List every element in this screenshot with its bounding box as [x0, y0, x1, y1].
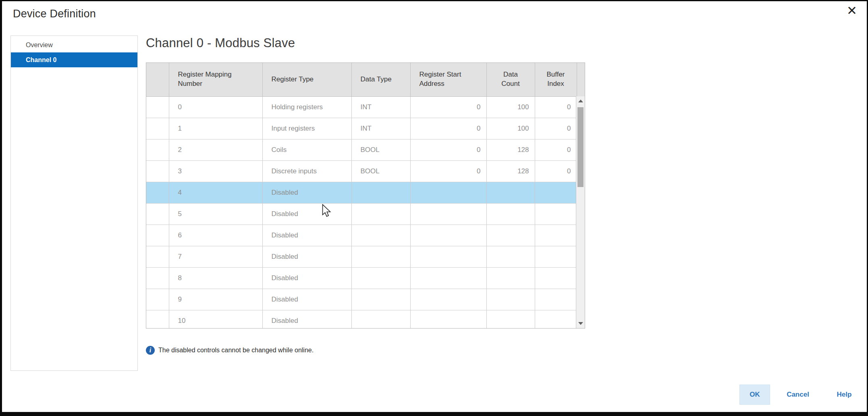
table-row[interactable]: 10Disabled: [146, 310, 585, 329]
table-row[interactable]: 8Disabled: [146, 267, 585, 289]
register-start-address-cell: [410, 182, 486, 203]
row-selector-cell: [146, 267, 169, 289]
table-row[interactable]: 7Disabled: [146, 246, 585, 267]
register-type-cell: Disabled: [262, 310, 351, 329]
row-selector-cell: [146, 203, 169, 225]
buffer-index-cell: 0: [535, 118, 577, 139]
row-selector-cell: [146, 182, 169, 203]
buffer-index-cell: 0: [535, 96, 577, 118]
column-header-register-type: Register Type: [262, 63, 351, 96]
data-count-cell: [486, 182, 535, 203]
register-start-address-cell: [410, 267, 486, 289]
data-type-cell: [351, 182, 410, 203]
table-row[interactable]: 3Discrete inputsBOOL01280: [146, 160, 585, 182]
data-count-cell: [486, 203, 535, 225]
vertical-scrollbar[interactable]: [576, 96, 585, 328]
mapping-number-cell: 6: [169, 225, 262, 246]
buffer-index-cell: [535, 267, 577, 289]
table-row[interactable]: 1Input registersINT01000: [146, 118, 585, 139]
data-count-cell: [486, 267, 535, 289]
scrollbar-header-spacer: [577, 63, 585, 96]
register-start-address-cell: 0: [410, 160, 486, 182]
mapping-number-cell: 10: [169, 310, 262, 329]
register-start-address-cell: 0: [410, 118, 486, 139]
data-type-cell: [351, 225, 410, 246]
mapping-number-cell: 4: [169, 182, 262, 203]
buffer-index-cell: [535, 310, 577, 329]
row-selector-cell: [146, 96, 169, 118]
ok-button[interactable]: OK: [739, 385, 770, 405]
table-body: 0Holding registersINT010001Input registe…: [146, 96, 585, 329]
data-count-cell: [486, 289, 535, 310]
table-row[interactable]: 5Disabled: [146, 203, 585, 225]
column-header-register-mapping-number: Register Mapping Number: [169, 63, 262, 96]
dialog-title: Device Definition: [13, 8, 96, 20]
register-start-address-cell: [410, 225, 486, 246]
sidebar-item-overview[interactable]: Overview: [11, 37, 137, 52]
selector-column-header: [146, 63, 169, 96]
data-count-cell: [486, 246, 535, 267]
data-type-cell: [351, 246, 410, 267]
row-selector-cell: [146, 139, 169, 160]
cancel-button[interactable]: Cancel: [783, 385, 813, 405]
register-start-address-cell: [410, 289, 486, 310]
row-selector-cell: [146, 118, 169, 139]
device-definition-dialog: Device Definition ✕ Overview Channel 0 C…: [0, 0, 868, 416]
scrollbar-up-icon[interactable]: [578, 100, 583, 102]
data-type-cell: BOOL: [351, 139, 410, 160]
register-type-cell: Disabled: [262, 267, 351, 289]
scrollbar-thumb[interactable]: [577, 107, 584, 187]
row-selector-cell: [146, 160, 169, 182]
data-count-cell: 128: [486, 160, 535, 182]
table-row[interactable]: 9Disabled: [146, 289, 585, 310]
page-title: Channel 0 - Modbus Slave: [146, 36, 295, 50]
table-row[interactable]: 4Disabled: [146, 182, 585, 203]
register-type-cell: Input registers: [262, 118, 351, 139]
help-button[interactable]: Help: [833, 385, 856, 405]
register-start-address-cell: 0: [410, 139, 486, 160]
register-type-cell: Disabled: [262, 182, 351, 203]
data-count-cell: [486, 225, 535, 246]
note-text: The disabled controls cannot be changed …: [158, 347, 314, 354]
close-icon[interactable]: ✕: [847, 4, 857, 17]
column-header-data-count: Data Count: [486, 63, 535, 96]
register-mapping-table: Register Mapping Number Register Type Da…: [146, 62, 585, 329]
row-selector-cell: [146, 310, 169, 329]
register-start-address-cell: [410, 246, 486, 267]
disabled-controls-note: i The disabled controls cannot be change…: [146, 346, 314, 355]
register-start-address-cell: 0: [410, 96, 486, 118]
register-start-address-cell: [410, 203, 486, 225]
register-type-cell: Holding registers: [262, 96, 351, 118]
sidebar-item-channel-0[interactable]: Channel 0: [11, 52, 137, 67]
sidebar: Overview Channel 0: [10, 35, 138, 371]
register-type-cell: Discrete inputs: [262, 160, 351, 182]
info-icon: i: [146, 346, 155, 355]
table-row[interactable]: 6Disabled: [146, 225, 585, 246]
column-header-data-type: Data Type: [351, 63, 410, 96]
row-selector-cell: [146, 225, 169, 246]
mapping-number-cell: 5: [169, 203, 262, 225]
table-row[interactable]: 0Holding registersINT01000: [146, 96, 585, 118]
data-count-cell: 128: [486, 139, 535, 160]
data-type-cell: [351, 203, 410, 225]
buffer-index-cell: 0: [535, 160, 577, 182]
buffer-index-cell: [535, 203, 577, 225]
register-type-cell: Disabled: [262, 225, 351, 246]
mapping-number-cell: 3: [169, 160, 262, 182]
buffer-index-cell: [535, 182, 577, 203]
register-start-address-cell: [410, 310, 486, 329]
scrollbar-down-icon[interactable]: [578, 322, 583, 325]
data-type-cell: [351, 310, 410, 329]
column-header-register-start-address: Register Start Address: [410, 63, 486, 96]
buffer-index-cell: [535, 225, 577, 246]
data-type-cell: INT: [351, 118, 410, 139]
table-row[interactable]: 2CoilsBOOL01280: [146, 139, 585, 160]
mapping-number-cell: 7: [169, 246, 262, 267]
mapping-number-cell: 1: [169, 118, 262, 139]
register-type-cell: Disabled: [262, 289, 351, 310]
table-header-row: Register Mapping Number Register Type Da…: [146, 63, 585, 96]
buffer-index-cell: [535, 246, 577, 267]
mapping-number-cell: 9: [169, 289, 262, 310]
register-type-cell: Disabled: [262, 203, 351, 225]
row-selector-cell: [146, 246, 169, 267]
